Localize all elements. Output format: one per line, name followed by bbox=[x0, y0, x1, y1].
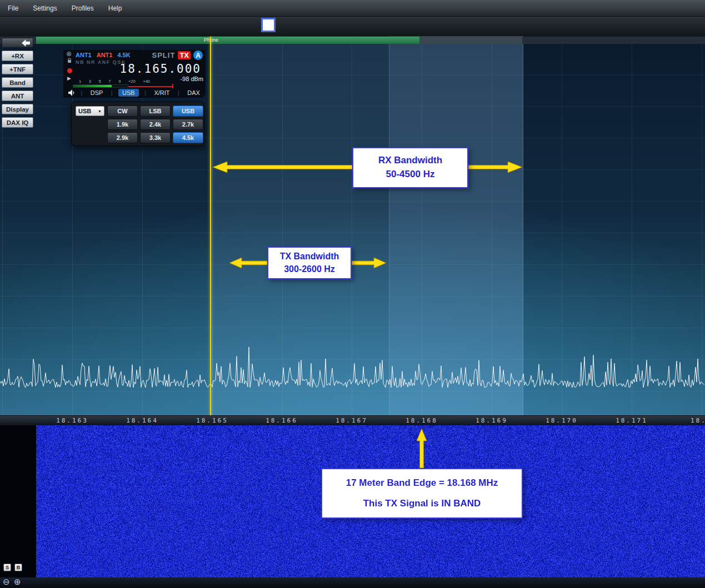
rx-bandwidth-callout: RX Bandwidth 50-4500 Hz bbox=[352, 147, 468, 188]
signal-level: -98 dBm bbox=[180, 76, 203, 82]
filter-button-4-5k[interactable]: 4.5k bbox=[173, 132, 203, 143]
tuning-cursor[interactable] bbox=[210, 37, 211, 415]
menu-bar: File Settings Profiles Help bbox=[0, 0, 705, 17]
menu-item-help[interactable]: Help bbox=[108, 4, 122, 12]
panadapter-flag-icon[interactable] bbox=[261, 18, 276, 32]
mode-button-grid: CW LSB USB 1.9k 2.4k 2.7k 2.9k 3.3k 4.5k bbox=[107, 105, 203, 143]
sidebar: +RX +TNF Band ANT Display DAX IQ bbox=[0, 37, 36, 128]
menu-item-profiles[interactable]: Profiles bbox=[72, 4, 94, 12]
zoom-out-icon[interactable]: ⊖ bbox=[3, 577, 10, 586]
band-plan-other-segment bbox=[419, 37, 522, 44]
band-toggle-button[interactable]: B bbox=[14, 564, 22, 571]
tab-dax[interactable]: DAX bbox=[185, 89, 202, 97]
sidebar-button-add-rx[interactable]: +RX bbox=[2, 51, 33, 61]
mode-dropdown[interactable]: USB ▼ bbox=[76, 106, 104, 116]
mode-button-usb[interactable]: USB bbox=[173, 105, 203, 117]
sidebar-button-display[interactable]: Display bbox=[2, 104, 33, 114]
tx-left-arrow bbox=[229, 257, 267, 269]
menu-item-settings[interactable]: Settings bbox=[33, 4, 57, 12]
slice-flag: ⊗ ANT1 ANT1 4.5K SPLIT TX A NB NR ANF QS… bbox=[63, 50, 206, 98]
slice-letter-badge[interactable]: A bbox=[193, 51, 203, 60]
filter-button-2-4k[interactable]: 2.4k bbox=[140, 119, 171, 130]
s-meter-ticks: 1 3 5 7 9 +20 +40 bbox=[79, 79, 150, 84]
collapse-sidebar-button[interactable] bbox=[2, 38, 33, 48]
speaker-icon[interactable] bbox=[68, 89, 75, 96]
tx-antenna[interactable]: ANT1 bbox=[97, 52, 113, 58]
filter-button-1-9k[interactable]: 1.9k bbox=[107, 119, 138, 130]
tab-xrit[interactable]: X/RIT bbox=[152, 89, 172, 97]
rx-left-arrow bbox=[213, 161, 352, 173]
filter-width-label[interactable]: 4.5K bbox=[117, 52, 130, 58]
split-row: SPLIT TX A bbox=[152, 51, 203, 60]
zoom-in-icon[interactable]: ⊕ bbox=[14, 577, 21, 586]
sidebar-button-band[interactable]: Band bbox=[2, 77, 33, 88]
band-edge-up-arrow bbox=[416, 429, 428, 468]
spectrum-toggle-button[interactable]: S bbox=[3, 564, 11, 571]
mode-button-cw[interactable]: CW bbox=[107, 105, 138, 117]
band-plan-label: Phone bbox=[189, 37, 233, 43]
toolbar bbox=[0, 17, 705, 36]
filter-button-3-3k[interactable]: 3.3k bbox=[140, 132, 171, 143]
tx-badge[interactable]: TX bbox=[178, 51, 191, 59]
sidebar-button-ant[interactable]: ANT bbox=[2, 91, 33, 101]
mode-button-lsb[interactable]: LSB bbox=[140, 105, 171, 117]
split-label[interactable]: SPLIT bbox=[152, 51, 176, 59]
frequency-scale[interactable]: 18.163 18.164 18.165 18.166 18.167 18.16… bbox=[0, 415, 705, 425]
filter-button-2-7k[interactable]: 2.7k bbox=[173, 119, 203, 130]
sidebar-button-dax-iq[interactable]: DAX IQ bbox=[2, 117, 33, 128]
filter-button-2-9k[interactable]: 2.9k bbox=[107, 132, 138, 143]
tx-bandwidth-callout: TX Bandwidth 300-2600 Hz bbox=[267, 247, 352, 279]
s-meter-fill bbox=[73, 85, 112, 87]
s-meter-redline bbox=[128, 86, 173, 87]
frequency-display[interactable]: 18.165.000 bbox=[120, 62, 201, 76]
tx-right-arrow bbox=[352, 257, 386, 269]
dsp-flags[interactable]: NB NR ANF QSK bbox=[76, 59, 126, 65]
menu-item-file[interactable]: File bbox=[8, 4, 18, 12]
chevron-down-icon: ▼ bbox=[98, 109, 102, 113]
lock-icon[interactable] bbox=[67, 58, 72, 63]
band-plan-bar: Phone bbox=[0, 37, 705, 44]
tab-dsp[interactable]: DSP bbox=[88, 89, 106, 97]
band-edge-callout: 17 Meter Band Edge = 18.168 MHz This TX … bbox=[321, 468, 523, 519]
status-bar bbox=[0, 577, 705, 588]
close-slice-icon[interactable]: ⊗ bbox=[66, 50, 72, 58]
left-arrow-icon bbox=[22, 39, 30, 47]
rx-antenna[interactable]: ANT1 bbox=[76, 52, 92, 58]
flag-tabs: | DSP | USB | X/RIT | DAX bbox=[68, 88, 202, 97]
tab-mode[interactable]: USB bbox=[118, 89, 139, 97]
mode-panel: USB ▼ CW LSB USB 1.9k 2.4k 2.7k 2.9k 3.3… bbox=[71, 102, 204, 146]
sidebar-button-add-tnf[interactable]: +TNF bbox=[2, 64, 33, 74]
play-icon[interactable]: ▶ bbox=[67, 76, 71, 81]
rx-right-arrow bbox=[468, 161, 522, 173]
antenna-row: ANT1 ANT1 4.5K bbox=[76, 52, 131, 58]
record-icon[interactable] bbox=[67, 68, 72, 73]
smartsdr-window: File Settings Profiles Help FlexRadio Ph… bbox=[0, 0, 705, 588]
